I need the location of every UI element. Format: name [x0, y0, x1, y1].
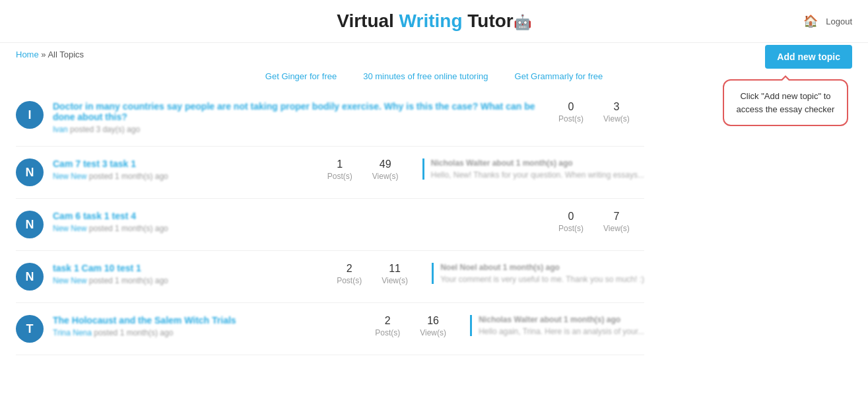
view-stat: 16View(s) — [420, 315, 446, 337]
topic-row: IDoctor in many countries say people are… — [16, 89, 644, 147]
logo-robot: 🤖 — [514, 14, 531, 30]
post-label: Post(s) — [375, 328, 400, 337]
topic-stats: 0Post(s)7View(s) — [558, 211, 644, 233]
view-stat: 11View(s) — [382, 263, 408, 285]
callout-tooltip: Click "Add new topic" to access the essa… — [723, 79, 848, 126]
add-new-topic-button[interactable]: Add new topic — [765, 45, 852, 69]
view-stat: 49View(s) — [372, 158, 399, 181]
post-count: 0 — [558, 211, 584, 223]
topic-meta: New New posted 1 month(s) ago — [53, 224, 549, 233]
breadcrumb-separator: » — [39, 50, 48, 59]
callout-text: Click "Add new topic" to access the essa… — [737, 91, 835, 114]
home-icon[interactable]: 🏠 — [803, 14, 818, 28]
topic-row: NCam 7 test 3 task 1New New posted 1 mon… — [16, 147, 644, 199]
breadcrumb-home[interactable]: Home — [16, 50, 39, 59]
reply-author: Noel Noel about 1 month(s) ago — [440, 263, 644, 272]
view-label: View(s) — [603, 114, 630, 123]
grammarly-link[interactable]: Get Grammarly for free — [515, 71, 603, 81]
topic-time: posted 1 month(s) ago — [89, 172, 168, 181]
topic-time: posted 3 day(s) ago — [70, 125, 140, 134]
view-label: View(s) — [420, 328, 446, 337]
reply-text: Your comment is very useful to me. Thank… — [440, 275, 644, 284]
site-logo: Virtual Writing Tutor🤖 — [337, 11, 531, 32]
post-stat: 0Post(s) — [558, 101, 584, 123]
reply-text: Hello, New! Thanks for your question. Wh… — [431, 170, 644, 180]
view-label: View(s) — [382, 276, 408, 285]
post-stat: 1Post(s) — [327, 158, 352, 181]
view-stat: 7View(s) — [603, 211, 630, 233]
post-label: Post(s) — [337, 276, 362, 285]
post-stat: 2Post(s) — [337, 263, 362, 285]
logout-link[interactable]: Logout — [826, 17, 852, 26]
topic-stats: 2Post(s)11View(s) — [337, 263, 422, 285]
topic-row: TThe Holocaust and the Salem Witch Trial… — [16, 303, 644, 355]
topic-stats: 2Post(s)16View(s) — [375, 315, 461, 337]
view-count: 49 — [372, 158, 399, 170]
post-count: 0 — [558, 101, 584, 113]
view-count: 11 — [382, 263, 408, 275]
breadcrumb: Home » All Topics — [0, 43, 868, 66]
view-count: 7 — [603, 211, 630, 223]
post-label: Post(s) — [558, 224, 584, 233]
topic-content: The Holocaust and the Salem Witch Trials… — [53, 315, 366, 337]
avatar: I — [16, 101, 44, 129]
topic-meta: Trina Nena posted 1 month(s) ago — [53, 328, 366, 337]
reply-text: Hello again, Trina. Here is an analysis … — [479, 327, 644, 336]
view-label: View(s) — [603, 224, 630, 233]
topic-meta: New New posted 1 month(s) ago — [53, 172, 318, 181]
topic-content: task 1 Cam 10 test 1New New posted 1 mon… — [53, 263, 327, 285]
post-stat: 2Post(s) — [375, 315, 400, 337]
topic-title[interactable]: task 1 Cam 10 test 1 — [53, 263, 327, 273]
avatar: N — [16, 211, 44, 238]
post-stat: 0Post(s) — [558, 211, 584, 233]
post-count: 2 — [337, 263, 362, 275]
avatar: T — [16, 315, 44, 343]
topic-username[interactable]: New New — [53, 172, 86, 181]
topic-stats: 1Post(s)49View(s) — [327, 158, 413, 181]
topic-title[interactable]: Cam 6 task 1 test 4 — [53, 211, 549, 221]
avatar: N — [16, 158, 44, 186]
ginger-link[interactable]: Get Ginger for free — [265, 71, 337, 81]
topic-username[interactable]: Ivan — [53, 125, 68, 134]
topic-row: Ntask 1 Cam 10 test 1New New posted 1 mo… — [16, 251, 644, 303]
topic-content: Cam 6 task 1 test 4New New posted 1 mont… — [53, 211, 549, 233]
topic-title[interactable]: Doctor in many countries say people are … — [53, 101, 549, 122]
topic-username[interactable]: New New — [53, 276, 86, 285]
view-label: View(s) — [372, 172, 399, 181]
tutoring-link[interactable]: 30 minutes of free online tutoring — [363, 71, 488, 81]
post-count: 1 — [327, 158, 352, 170]
topic-title[interactable]: Cam 7 test 3 task 1 — [53, 158, 318, 169]
post-label: Post(s) — [327, 172, 352, 181]
reply-author: Nicholas Walter about 1 month(s) ago — [431, 158, 644, 168]
logo-tutor: Tutor — [463, 11, 514, 31]
header: Virtual Writing Tutor🤖 🏠 Logout — [0, 0, 868, 43]
topic-username[interactable]: New New — [53, 224, 86, 233]
view-count: 16 — [420, 315, 446, 327]
reply-author: Nicholas Walter about 1 month(s) ago — [479, 315, 644, 324]
view-stat: 3View(s) — [603, 101, 630, 123]
header-nav: 🏠 Logout — [803, 14, 852, 28]
last-reply: Nicholas Walter about 1 month(s) agoHell… — [470, 315, 644, 336]
topic-time: posted 1 month(s) ago — [89, 276, 168, 285]
topic-stats: 0Post(s)3View(s) — [558, 101, 644, 123]
topic-meta: New New posted 1 month(s) ago — [53, 276, 327, 285]
post-label: Post(s) — [558, 114, 584, 123]
last-reply: Noel Noel about 1 month(s) agoYour comme… — [432, 263, 644, 284]
last-reply: Nicholas Walter about 1 month(s) agoHell… — [422, 158, 644, 180]
logo-writing: Writing — [394, 11, 463, 31]
topic-content: Cam 7 test 3 task 1New New posted 1 mont… — [53, 158, 318, 181]
topics-list: IDoctor in many countries say people are… — [0, 89, 660, 355]
topic-time: posted 1 month(s) ago — [89, 224, 168, 233]
topic-username[interactable]: Trina Nena — [53, 328, 92, 337]
post-count: 2 — [375, 315, 400, 327]
avatar: N — [16, 263, 44, 291]
topic-meta: Ivan posted 3 day(s) ago — [53, 125, 549, 134]
topic-time: posted 1 month(s) ago — [94, 328, 173, 337]
topic-title[interactable]: The Holocaust and the Salem Witch Trials — [53, 315, 366, 326]
view-count: 3 — [603, 101, 630, 113]
topic-content: Doctor in many countries say people are … — [53, 101, 549, 134]
logo-virtual: Virtual — [337, 11, 394, 31]
breadcrumb-current: All Topics — [48, 50, 84, 59]
topic-row: NCam 6 task 1 test 4New New posted 1 mon… — [16, 199, 644, 251]
